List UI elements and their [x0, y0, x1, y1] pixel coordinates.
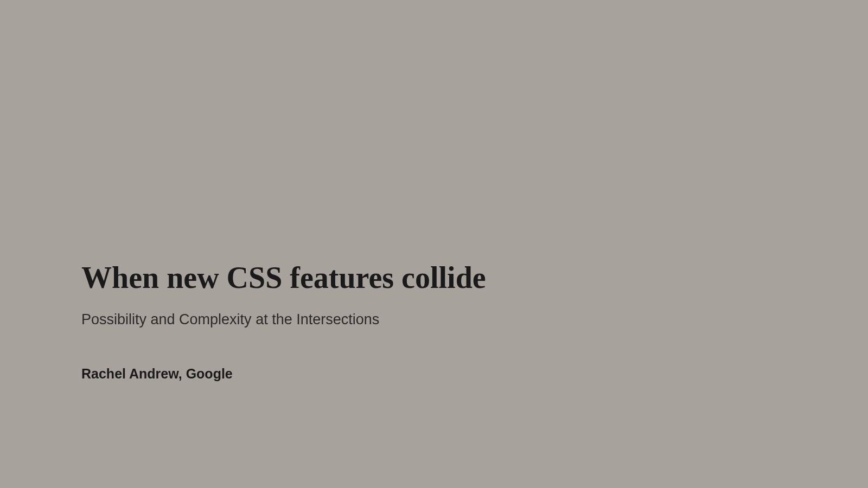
slide-subtitle: Possibility and Complexity at the Inters… — [81, 311, 486, 328]
slide-title: When new CSS features collide — [81, 260, 486, 295]
slide-author: Rachel Andrew, Google — [81, 366, 486, 382]
slide-content: When new CSS features collide Possibilit… — [81, 260, 486, 382]
